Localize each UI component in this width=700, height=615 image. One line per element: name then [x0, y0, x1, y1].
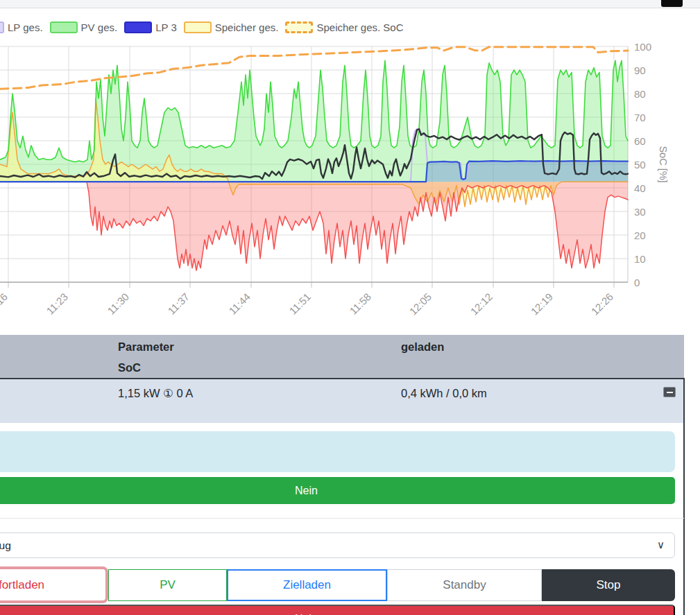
divider: [0, 518, 684, 519]
column-header-parameter: Parameter: [118, 340, 174, 354]
top-dark-button-cropped: [661, 0, 683, 7]
mode-sofortladen-button[interactable]: fortladen: [0, 566, 108, 603]
table-row: 1,15 kW ① 0 A 0,4 kWh / 0,0 km: [0, 379, 684, 423]
mode-pv-button[interactable]: PV: [108, 569, 227, 601]
legend-item-lp3[interactable]: LP 3: [124, 21, 177, 33]
legend-item-lp-ges[interactable]: LP ges.: [0, 21, 43, 33]
minus-icon: [667, 392, 673, 393]
nein-button[interactable]: Nein: [0, 477, 675, 504]
mode-standby-button[interactable]: Standby: [387, 569, 542, 601]
column-header-soc: SoC: [118, 361, 141, 374]
mode-zielladen-button[interactable]: Zielladen: [227, 569, 387, 601]
lp-ges-swatch-icon: [0, 21, 4, 33]
svg-text:12:12: 12:12: [468, 291, 495, 318]
svg-text:12:05: 12:05: [407, 291, 434, 318]
legend-label: Speicher ges. SoC: [316, 21, 403, 33]
svg-text:40: 40: [634, 182, 646, 194]
legend-label: LP 3: [155, 21, 177, 33]
cell-geladen-value: 0,4 kWh / 0,0 km: [401, 387, 487, 400]
mode-stop-label: Stop: [597, 578, 621, 592]
svg-text:60: 60: [634, 135, 646, 147]
collapse-row-button[interactable]: [663, 387, 676, 397]
vehicle-select-value: rzeug: [0, 539, 11, 552]
svg-text:30: 30: [634, 206, 646, 218]
svg-text:11:51: 11:51: [287, 291, 313, 317]
mode-sofortladen-label: fortladen: [0, 578, 44, 592]
speicher-soc-swatch-icon: [285, 21, 313, 33]
svg-text:80: 80: [634, 88, 646, 100]
svg-text:11:30: 11:30: [105, 291, 131, 317]
svg-text:70: 70: [634, 112, 646, 123]
pv-ges-swatch-icon: [50, 21, 78, 33]
svg-text:11:16: 11:16: [0, 291, 10, 317]
svg-text:11:23: 11:23: [44, 291, 70, 317]
svg-text:SoC [%]: SoC [%]: [658, 146, 669, 182]
vehicle-select[interactable]: rzeug ∨: [0, 532, 675, 558]
svg-text:11:37: 11:37: [165, 291, 191, 317]
card-right-border: [683, 378, 685, 615]
page: LP ges. PV ges. LP 3 Speicher ges. Speic…: [0, 0, 700, 615]
legend-item-speicher[interactable]: Speicher ges.: [184, 21, 279, 33]
svg-text:90: 90: [634, 64, 646, 76]
top-strip: [0, 0, 700, 8]
svg-text:20: 20: [634, 229, 646, 241]
svg-text:12:26: 12:26: [589, 291, 616, 318]
chart-legend: LP ges. PV ges. LP 3 Speicher ges. Speic…: [0, 21, 411, 33]
legend-item-pv-ges[interactable]: PV ges.: [50, 21, 118, 33]
mode-stop-button[interactable]: Stop: [542, 569, 675, 601]
table-header: Parameter geladen SoC: [0, 335, 684, 378]
speicher-swatch-icon: [184, 21, 212, 33]
cell-parameter-value: 1,15 kW ① 0 A: [118, 387, 193, 400]
lp3-swatch-icon: [124, 21, 152, 33]
mode-zielladen-label: Zielladen: [283, 578, 331, 592]
svg-text:10: 10: [634, 253, 646, 265]
mode-pv-label: PV: [160, 578, 176, 592]
legend-label: Speicher ges.: [215, 21, 279, 33]
svg-text:50: 50: [634, 159, 646, 171]
svg-text:0: 0: [634, 277, 640, 288]
legend-label: LP ges.: [8, 21, 43, 33]
info-panel: [0, 431, 675, 472]
svg-text:100: 100: [634, 41, 651, 53]
svg-text:12:19: 12:19: [529, 291, 556, 318]
svg-text:11:44: 11:44: [226, 291, 253, 317]
legend-label: PV ges.: [81, 21, 118, 33]
chevron-down-icon: ∨: [657, 539, 665, 551]
legend-item-speicher-soc[interactable]: Speicher ges. SoC: [285, 21, 403, 33]
svg-text:11:58: 11:58: [347, 291, 373, 317]
column-header-geladen: geladen: [401, 340, 444, 354]
bottom-red-button-cropped[interactable]: Nein: [0, 605, 675, 615]
mode-standby-label: Standby: [443, 578, 486, 592]
power-chart: 010203040506070809010011:1611:2311:3011:…: [0, 38, 700, 318]
